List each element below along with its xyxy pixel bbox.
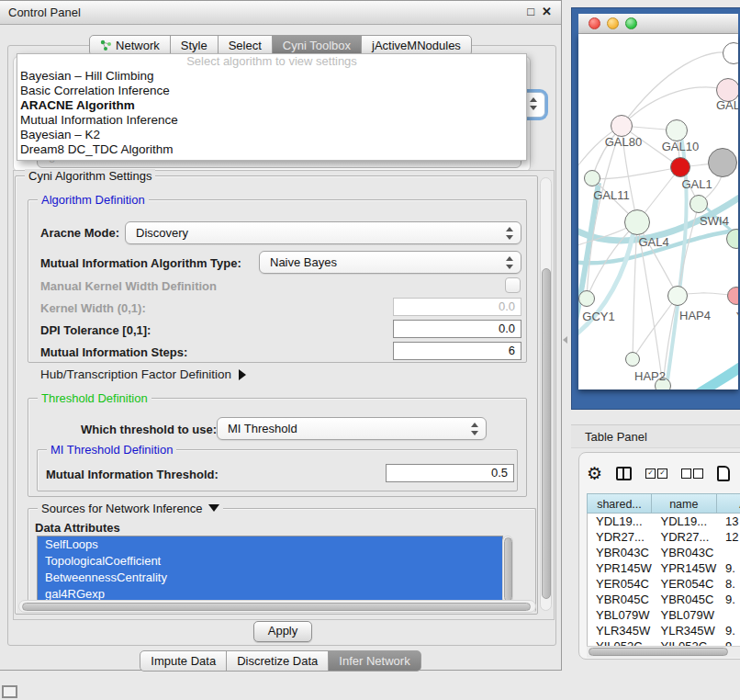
list-item[interactable]: SelfLoops	[38, 536, 502, 553]
column-header[interactable]: shared...	[587, 493, 652, 514]
splitter-handle[interactable]	[563, 336, 567, 344]
menu-item[interactable]: Basic Correlation Inference	[17, 84, 526, 98]
tab-discretize-data[interactable]: Discretize Data	[226, 650, 329, 672]
mi-type-combo[interactable]: Naive Bayes	[259, 251, 521, 274]
table-row[interactable]: YER054CYER054C8.	[588, 576, 740, 592]
network-node[interactable]	[584, 170, 600, 186]
function-builder-icon[interactable]	[717, 466, 730, 481]
close-icon[interactable]: ✕	[542, 5, 552, 18]
checked-box-icon: ✓	[657, 469, 667, 479]
cell: YLR345W	[588, 623, 653, 638]
unchecked-box-icon	[693, 469, 703, 479]
tab-label: Discretize Data	[237, 651, 318, 671]
select-all-columns-icon[interactable]: ✓ ✓	[645, 469, 667, 479]
menu-item[interactable]: Dream8 DC_TDC Algorithm	[17, 142, 526, 157]
bottom-tabbar: Impute Data Discretize Data Infer Networ…	[0, 650, 562, 672]
menu-item[interactable]: Bayesian – Hill Climbing	[17, 69, 526, 84]
cell	[717, 545, 740, 560]
mi-type-label: Mutual Information Algorithm Type:	[40, 256, 241, 270]
cell: YDR27...	[653, 529, 718, 545]
sources-toggle[interactable]: Sources for Network Inference	[38, 502, 223, 515]
tab-infer-network[interactable]: Infer Network	[328, 650, 420, 672]
combo-arrows-icon	[505, 256, 513, 269]
menu-item[interactable]: Mutual Information Inference	[17, 113, 526, 128]
node-label: GAL	[716, 98, 738, 112]
cell: 13	[717, 514, 740, 529]
network-node[interactable]	[578, 290, 595, 307]
minimize-traffic-light-icon[interactable]	[607, 17, 619, 29]
list-item[interactable]: TopologicalCoefficient	[38, 553, 502, 570]
close-traffic-light-icon[interactable]	[589, 17, 600, 29]
hub-definition-label: Hub/Transcription Factor Definition	[40, 367, 231, 381]
cell: 8.	[717, 576, 740, 592]
network-node[interactable]	[708, 148, 737, 177]
cell: YER054C	[653, 576, 718, 592]
deselect-all-columns-icon[interactable]	[681, 469, 703, 479]
table-row[interactable]: YLR345WYLR345W9.	[588, 623, 740, 638]
list-item[interactable]: BetweennessCentrality	[38, 570, 502, 586]
cell: 12	[717, 529, 740, 545]
tab-label: Network	[116, 36, 160, 55]
table-horizontal-scrollbar[interactable]	[587, 646, 740, 658]
table-row[interactable]: YPR145WYPR145W9.	[588, 560, 740, 576]
combo-arrows-icon	[505, 227, 513, 240]
float-window-icon[interactable]: □	[527, 5, 534, 18]
zoom-traffic-light-icon[interactable]	[625, 17, 637, 29]
mi-steps-input[interactable]: 6	[393, 342, 521, 360]
checked-box-icon: ✓	[645, 469, 656, 479]
network-node[interactable]	[666, 119, 688, 141]
hub-definition-toggle[interactable]: Hub/Transcription Factor Definition	[40, 367, 246, 381]
network-canvas[interactable]: GAL GAL80 GAL10 GAL1 GAL11 SWI4 GAL4 GCY…	[578, 34, 738, 390]
cell: YDL19...	[588, 514, 653, 529]
tab-impute-data[interactable]: Impute Data	[140, 650, 227, 672]
docked-panel-icon[interactable]	[2, 685, 17, 698]
settings-horizontal-scrollbar[interactable]	[18, 600, 536, 613]
columns-icon[interactable]	[616, 467, 632, 480]
kernel-width-input[interactable]: 0.0	[393, 298, 521, 316]
menu-item[interactable]: Bayesian – K2	[17, 128, 526, 142]
which-threshold-combo[interactable]: MI Threshold	[217, 417, 487, 440]
node-table: shared... name A YDL19...YDL19...13 YDR2…	[587, 493, 740, 647]
dpi-tolerance-label: DPI Tolerance [0,1]:	[40, 323, 151, 337]
table-row[interactable]: YBL079WYBL079W	[588, 607, 740, 623]
list-scrollbar[interactable]	[502, 536, 513, 604]
table-panel-container: ⚙ ✓ ✓ shared... name A YDL19...YDL19...1…	[578, 452, 740, 660]
cell: YBR045C	[588, 592, 653, 607]
table-row[interactable]: YBR045CYBR045C9.	[588, 592, 740, 607]
table-row[interactable]: YDR27...YDR27...12	[588, 529, 740, 545]
combo-value: Naive Bayes	[270, 255, 337, 269]
control-panel-window: Control Panel □ ✕ Network Style Select	[0, 0, 562, 671]
network-node[interactable]	[670, 157, 690, 177]
network-node[interactable]	[723, 42, 738, 64]
node-label: GAL10	[662, 140, 699, 153]
column-header[interactable]: A	[717, 493, 740, 514]
menu-item-highlighted[interactable]: ARACNE Algorithm	[17, 98, 526, 113]
network-node[interactable]	[611, 115, 633, 137]
aracne-mode-combo[interactable]: Discovery	[125, 221, 521, 244]
table-body: YDL19...YDL19...13 YDR27...YDR27...12 YB…	[587, 514, 740, 647]
network-node[interactable]	[667, 286, 688, 306]
cell: YBR045C	[653, 592, 718, 607]
network-node[interactable]	[625, 352, 640, 367]
mi-threshold-input[interactable]: 0.5	[386, 464, 514, 482]
node-label: GCY1	[582, 310, 614, 323]
network-icon	[100, 40, 112, 51]
column-header[interactable]: name	[652, 493, 717, 514]
manual-kernel-checkbox[interactable]	[505, 277, 521, 293]
data-attributes-label: Data Attributes	[35, 521, 120, 535]
network-node[interactable]	[624, 209, 650, 235]
mi-steps-label: Mutual Information Steps:	[40, 345, 187, 359]
manual-kernel-label: Manual Kernel Width Definition	[40, 279, 217, 293]
apply-button[interactable]: Apply	[253, 621, 312, 642]
node-label: GAL11	[593, 188, 630, 202]
dpi-tolerance-input[interactable]: 0.0	[393, 320, 521, 338]
tab-label: Select	[229, 36, 262, 55]
cell: YBR043C	[588, 545, 653, 560]
gear-icon[interactable]: ⚙	[587, 465, 602, 482]
combo-value: Discovery	[136, 226, 188, 240]
settings-vertical-scrollbar[interactable]	[540, 177, 552, 611]
cell: YLR345W	[653, 623, 718, 638]
table-row[interactable]: YDL19...YDL19...13	[588, 514, 740, 529]
table-row[interactable]: YBR043CYBR043C	[588, 545, 740, 560]
network-node[interactable]	[690, 195, 708, 213]
